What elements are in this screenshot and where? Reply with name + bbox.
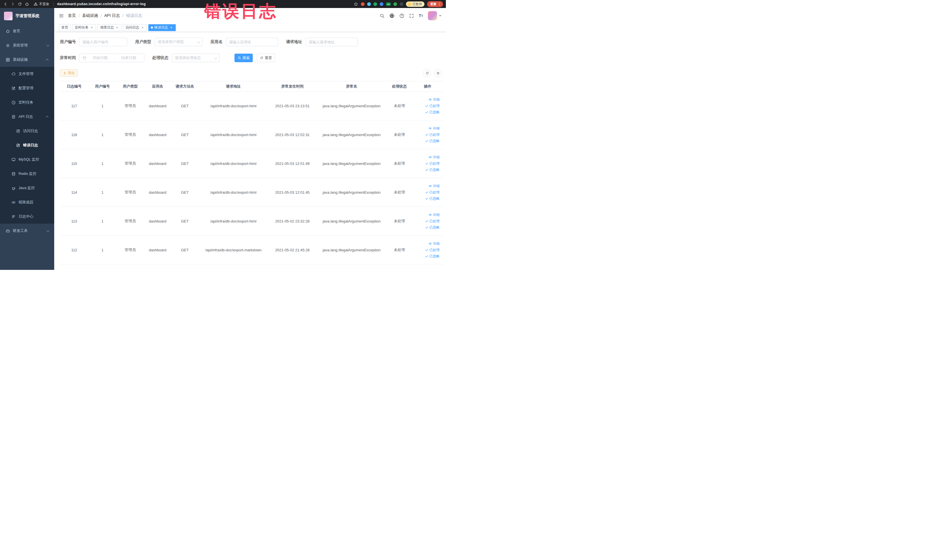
- detail-link[interactable]: 详细: [429, 184, 440, 189]
- extension-icon-blue-grid[interactable]: [380, 2, 383, 6]
- sidebar-item-redis-monitor[interactable]: Redis 监控: [0, 166, 54, 181]
- search-button[interactable]: 搜索: [235, 53, 253, 62]
- app-name-input[interactable]: [229, 40, 275, 44]
- request-url-field[interactable]: [305, 38, 358, 46]
- sidebar-item-log-center[interactable]: 日志中心: [0, 209, 54, 224]
- sidebar-item-config-management[interactable]: 配置管理: [0, 81, 54, 95]
- sidebar: 芋道管理系统 首页 系统管理 基础设施 文件管理 配置管理 定时任务: [0, 8, 54, 270]
- calendar-icon: [82, 56, 87, 60]
- breadcrumb-infrastructure[interactable]: 基础设施: [82, 13, 98, 18]
- sidebar-item-link-tracing[interactable]: 链路追踪: [0, 195, 54, 209]
- mark-ignored-link[interactable]: 已忽略: [425, 225, 440, 230]
- mark-processed-link[interactable]: 已处理: [425, 161, 440, 166]
- cell-exception-name: java.lang.IllegalArgumentException: [317, 219, 386, 223]
- column-header: 请求地址: [198, 84, 268, 89]
- close-icon[interactable]: ×: [90, 26, 93, 29]
- cell-status: 未处理: [386, 103, 412, 108]
- mark-processed-link[interactable]: 已处理: [425, 104, 440, 108]
- extension-icon-blue-drop[interactable]: [367, 2, 371, 6]
- sidebar-item-home[interactable]: 首页: [0, 24, 54, 38]
- sidebar-item-error-logs[interactable]: 错误日志: [0, 138, 54, 153]
- mark-ignored-link[interactable]: 已忽略: [425, 139, 440, 143]
- back-icon[interactable]: [3, 2, 8, 6]
- refresh-table-button[interactable]: [423, 69, 431, 77]
- close-icon[interactable]: ×: [169, 26, 173, 29]
- user-id-input[interactable]: [82, 40, 124, 44]
- extension-icon-on-badge[interactable]: on: [386, 2, 391, 6]
- cell-status: 未处理: [386, 161, 412, 166]
- user-menu[interactable]: [428, 11, 441, 20]
- fullscreen-icon[interactable]: [409, 14, 414, 18]
- sidebar-item-infrastructure[interactable]: 基础设施: [0, 52, 54, 67]
- cell-method: GET: [171, 190, 198, 195]
- home-icon[interactable]: [24, 2, 29, 6]
- tab-access-logs[interactable]: 访问日志×: [123, 24, 147, 31]
- sidebar-item-file-management[interactable]: 文件管理: [0, 67, 54, 81]
- breadcrumb-api-logs[interactable]: API 日志: [104, 13, 120, 18]
- sidebar-item-dev-tools[interactable]: 研发工具: [0, 224, 54, 238]
- mark-ignored-link[interactable]: 已忽略: [425, 254, 440, 259]
- cell-method: GET: [171, 104, 198, 108]
- log-icon: [16, 143, 20, 148]
- chrome-update-button[interactable]: 更新 ⋮: [427, 1, 443, 7]
- sidebar-item-api-logs[interactable]: API 日志: [0, 110, 54, 124]
- tab-error-logs[interactable]: 错误日志×: [148, 24, 176, 31]
- font-size-icon[interactable]: TT: [419, 14, 423, 18]
- search-icon[interactable]: [380, 14, 385, 18]
- sidebar-item-access-logs[interactable]: 访问日志: [0, 124, 54, 138]
- sidebar-item-scheduled-tasks[interactable]: 定时任务: [0, 95, 54, 110]
- user-id-field[interactable]: [79, 38, 127, 46]
- mark-ignored-link[interactable]: 已忽略: [425, 196, 440, 201]
- user-type-select[interactable]: 请选择用户类型: [155, 38, 203, 46]
- sidebar-item-java-monitor[interactable]: Java 监控: [0, 181, 54, 195]
- mark-processed-link[interactable]: 已处理: [425, 132, 440, 137]
- cell-exception-name: java.lang.IllegalArgumentException: [317, 133, 386, 137]
- mark-processed-link[interactable]: 已处理: [425, 190, 440, 195]
- eye-icon: [429, 184, 432, 188]
- cell-request-url: /api/infra/db-doc/export-html: [198, 219, 268, 223]
- help-icon[interactable]: [399, 14, 404, 18]
- sidebar-toggle-icon[interactable]: [59, 13, 64, 18]
- extension-icon-orange[interactable]: [361, 2, 365, 6]
- forward-icon[interactable]: [10, 2, 15, 6]
- extension-icon-pin[interactable]: [400, 2, 403, 6]
- reload-icon[interactable]: [17, 2, 22, 6]
- bookmark-star-icon[interactable]: [353, 2, 358, 6]
- export-button[interactable]: 导出: [60, 69, 78, 77]
- mark-ignored-link[interactable]: 已忽略: [425, 168, 440, 172]
- detail-link[interactable]: 详细: [429, 155, 440, 160]
- detail-link[interactable]: 详细: [429, 212, 440, 217]
- github-icon[interactable]: [389, 13, 395, 18]
- mark-ignored-link[interactable]: 已忽略: [425, 110, 440, 115]
- profile-paused-badge[interactable]: 已暂停: [406, 2, 424, 7]
- exception-time-range-picker[interactable]: 开始日期 - 结束日期: [79, 53, 144, 62]
- column-settings-button[interactable]: [434, 69, 442, 77]
- cell-log-id: 114: [60, 190, 89, 195]
- reset-button[interactable]: 重置: [257, 53, 275, 62]
- breadcrumb-separator: /: [101, 14, 102, 18]
- url-bar[interactable]: dashboard.yudao.iocoder.cn/infra/log/api…: [57, 2, 146, 6]
- mark-processed-link[interactable]: 已处理: [425, 219, 440, 224]
- site-security-chip[interactable]: 不安全: [34, 2, 49, 6]
- start-date-placeholder: 开始日期: [88, 55, 113, 61]
- extension-icon-green[interactable]: [374, 2, 377, 6]
- breadcrumb-home[interactable]: 首页: [68, 13, 76, 18]
- sidebar-item-system-management[interactable]: 系统管理: [0, 38, 54, 52]
- tab-home[interactable]: 首页: [59, 24, 71, 31]
- process-status-select[interactable]: 请选择处理状态: [172, 53, 220, 62]
- close-icon[interactable]: ×: [140, 26, 144, 29]
- detail-link[interactable]: 详细: [429, 241, 440, 246]
- detail-link[interactable]: 详细: [429, 97, 440, 102]
- extension-icon-leaf[interactable]: [394, 2, 397, 6]
- close-icon[interactable]: ×: [115, 26, 119, 29]
- request-url-input[interactable]: [309, 40, 355, 44]
- cell-log-id: 113: [60, 219, 89, 223]
- sidebar-item-mysql-monitor[interactable]: MySQL 监控: [0, 153, 54, 166]
- app-name-field[interactable]: [226, 38, 278, 46]
- cell-app-name: dashboard: [144, 219, 171, 223]
- app-logo[interactable]: 芋道管理系统: [0, 8, 54, 24]
- mark-processed-link[interactable]: 已处理: [425, 248, 440, 252]
- tab-scheduled-tasks[interactable]: 定时任务×: [72, 24, 96, 31]
- tab-schedule-logs[interactable]: 调度日志×: [98, 24, 122, 31]
- detail-link[interactable]: 详细: [429, 126, 440, 131]
